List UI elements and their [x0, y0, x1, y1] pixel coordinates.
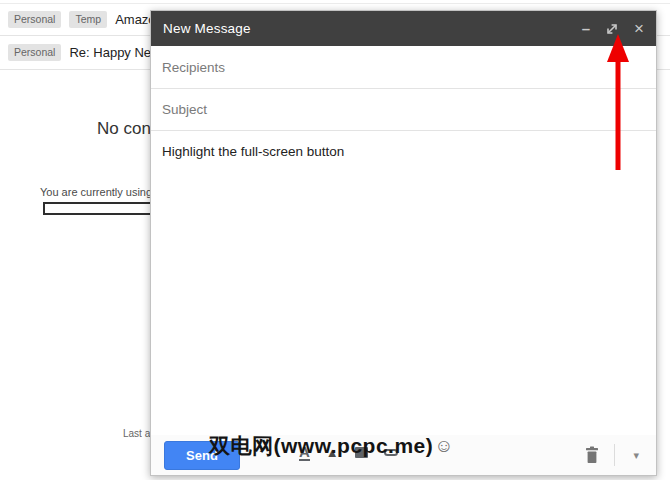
footer-divider — [614, 444, 615, 466]
discard-draft-button[interactable] — [584, 446, 600, 464]
minimize-icon: – — [582, 24, 590, 34]
fullscreen-button[interactable] — [605, 22, 619, 36]
recipients-placeholder: Recipients — [162, 60, 225, 75]
minimize-button[interactable]: – — [582, 24, 590, 34]
storage-usage-text: You are currently using — [40, 186, 152, 198]
watermark-text: 双电网(www.pcpc.me) — [209, 432, 433, 460]
trash-icon — [584, 446, 600, 464]
subject-field[interactable]: Subject — [151, 89, 656, 131]
close-icon: × — [634, 22, 644, 36]
label-chip-personal: Personal — [8, 11, 61, 28]
window-controls: – × — [582, 22, 644, 36]
fullscreen-icon — [605, 22, 619, 36]
email-subject: Re: Happy Ne — [69, 45, 151, 60]
chevron-down-icon: ▾ — [633, 449, 639, 461]
recipients-field[interactable]: Recipients — [151, 46, 656, 89]
no-conversations-heading: No con — [97, 119, 151, 139]
storage-quota-bar — [43, 202, 158, 215]
insert-emoji-icon[interactable]: ☺ — [434, 435, 453, 457]
compose-window: New Message – × Recipients Subje — [150, 10, 657, 476]
label-chip-temp: Temp — [69, 11, 107, 28]
more-options-button[interactable]: ▾ — [629, 447, 643, 464]
compose-footer-toolbar: Send A ▲ 双电网(www.pcpc.me) ☺ — [151, 435, 656, 475]
footer-right-controls: ▾ — [584, 444, 643, 466]
subject-placeholder: Subject — [162, 102, 207, 117]
compose-header[interactable]: New Message – × — [151, 11, 656, 46]
message-body-text: Highlight the full-screen button — [162, 144, 344, 159]
compose-window-title: New Message — [163, 21, 582, 36]
label-chip-personal: Personal — [8, 44, 61, 61]
close-button[interactable]: × — [634, 22, 644, 36]
watermark: 双电网(www.pcpc.me) ☺ — [209, 432, 454, 460]
message-body-editor[interactable]: Highlight the full-screen button — [151, 131, 656, 435]
